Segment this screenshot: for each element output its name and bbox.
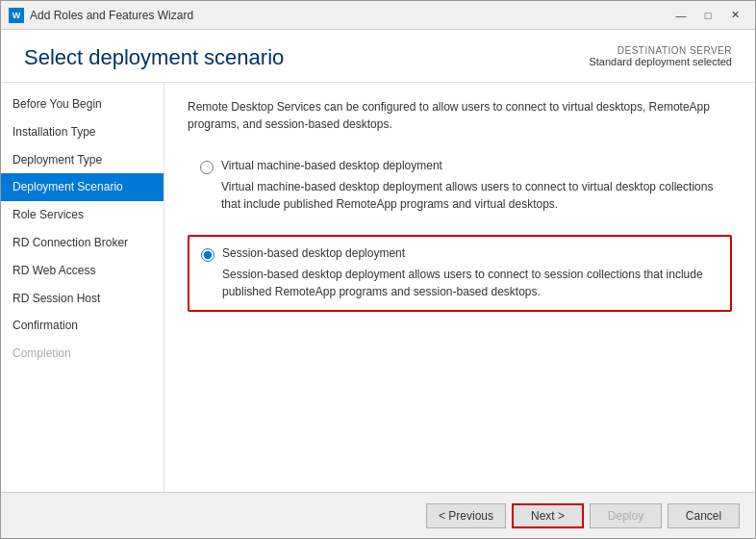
- sidebar-item-rd-session-host[interactable]: RD Session Host: [1, 285, 164, 313]
- maximize-button[interactable]: □: [695, 6, 720, 25]
- content-panel: Remote Desktop Services can be configure…: [164, 83, 755, 492]
- intro-text: Remote Desktop Services can be configure…: [188, 98, 732, 133]
- cancel-button[interactable]: Cancel: [668, 503, 740, 528]
- next-button[interactable]: Next >: [512, 503, 584, 528]
- option-session-based-label[interactable]: Session-based desktop deployment: [222, 246, 405, 260]
- sidebar: Before You Begin Installation Type Deplo…: [1, 83, 164, 492]
- title-bar: W Add Roles and Features Wizard — □ ✕: [1, 1, 755, 30]
- main-section: Before You Begin Installation Type Deplo…: [1, 83, 755, 492]
- close-button[interactable]: ✕: [722, 6, 747, 25]
- option-session-based[interactable]: Session-based desktop deployment Session…: [188, 235, 732, 312]
- page-header: Select deployment scenario DESTINATION S…: [1, 30, 755, 83]
- app-icon: W: [9, 8, 24, 23]
- sidebar-item-role-services[interactable]: Role Services: [1, 201, 164, 229]
- sidebar-item-completion: Completion: [1, 340, 164, 368]
- destination-server-info: DESTINATION SERVER Standard deployment s…: [589, 45, 732, 67]
- radio-session-based[interactable]: [201, 248, 214, 262]
- sidebar-item-installation-type[interactable]: Installation Type: [1, 118, 164, 146]
- sidebar-item-deployment-scenario[interactable]: Deployment Scenario: [1, 173, 164, 201]
- page-title: Select deployment scenario: [24, 45, 284, 70]
- content-area: Select deployment scenario DESTINATION S…: [1, 30, 755, 538]
- sidebar-item-rd-connection-broker[interactable]: RD Connection Broker: [1, 229, 164, 257]
- destination-value: Standard deployment selected: [589, 56, 732, 67]
- option-vm-based[interactable]: Virtual machine-based desktop deployment…: [188, 148, 732, 223]
- radio-vm-based[interactable]: [200, 161, 214, 174]
- window-controls: — □ ✕: [668, 6, 747, 25]
- option-session-based-row: Session-based desktop deployment: [201, 246, 718, 262]
- option-vm-based-label[interactable]: Virtual machine-based desktop deployment: [221, 159, 442, 172]
- sidebar-item-confirmation[interactable]: Confirmation: [1, 312, 164, 340]
- option-vm-based-desc: Virtual machine-based desktop deployment…: [221, 178, 719, 213]
- footer: < Previous Next > Deploy Cancel: [1, 492, 755, 538]
- deploy-button[interactable]: Deploy: [590, 503, 662, 528]
- destination-label: DESTINATION SERVER: [589, 45, 732, 56]
- minimize-button[interactable]: —: [668, 6, 693, 25]
- sidebar-item-before-you-begin[interactable]: Before You Begin: [1, 90, 164, 118]
- option-vm-based-row: Virtual machine-based desktop deployment: [200, 159, 719, 174]
- wizard-window: W Add Roles and Features Wizard — □ ✕ Se…: [0, 0, 756, 539]
- sidebar-item-deployment-type[interactable]: Deployment Type: [1, 146, 164, 174]
- sidebar-item-rd-web-access[interactable]: RD Web Access: [1, 257, 164, 285]
- previous-button[interactable]: < Previous: [426, 503, 506, 528]
- option-session-based-desc: Session-based desktop deployment allows …: [222, 266, 718, 300]
- window-title: Add Roles and Features Wizard: [30, 9, 668, 22]
